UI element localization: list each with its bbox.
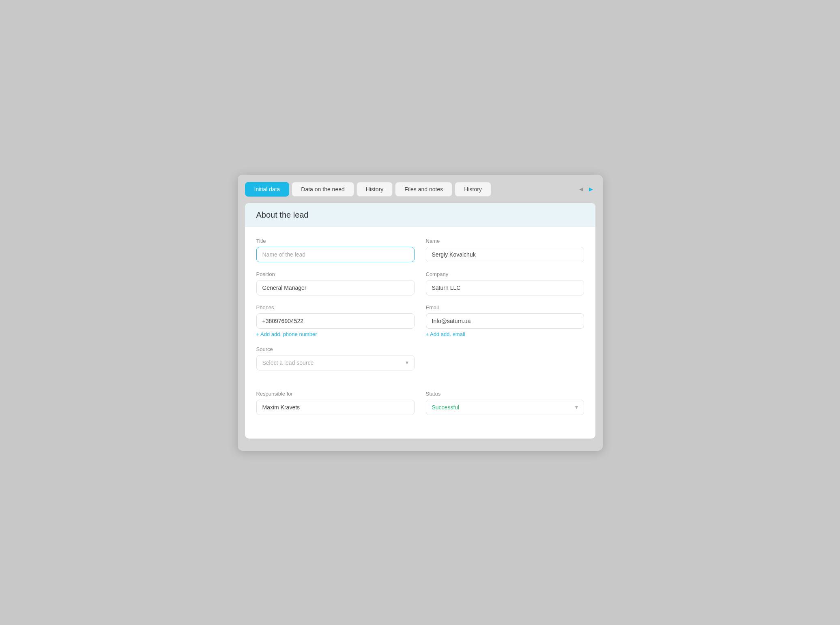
form-group-position: Position [256, 271, 415, 295]
add-phone-link[interactable]: + Add add. phone number [256, 331, 415, 337]
form-row-responsible-status: Responsible for Status ▼ [256, 391, 584, 415]
tab-history-2[interactable]: History [455, 182, 491, 197]
form-group-source: Source ▼ [256, 346, 415, 370]
title-label: Title [256, 238, 415, 244]
company-input[interactable] [426, 280, 584, 295]
form-group-status: Status ▼ [426, 391, 584, 415]
tab-data-on-need[interactable]: Data on the need [292, 182, 354, 197]
tab-next-button[interactable]: ▶ [586, 185, 595, 194]
status-select[interactable] [426, 400, 584, 415]
name-input[interactable] [426, 247, 584, 262]
source-label: Source [256, 346, 415, 352]
form-group-phones: Phones + Add add. phone number [256, 304, 415, 337]
form-group-email: Email + Add add. email [426, 304, 584, 337]
position-label: Position [256, 271, 415, 277]
form-row-position-company: Position Company [256, 271, 584, 295]
company-label: Company [426, 271, 584, 277]
source-select[interactable] [256, 355, 415, 370]
form-group-source-spacer [426, 346, 584, 370]
name-label: Name [426, 238, 584, 244]
phones-label: Phones [256, 304, 415, 310]
main-window: Initial data Data on the need History Fi… [238, 175, 603, 451]
email-input[interactable] [426, 313, 584, 329]
form-row-source: Source ▼ [256, 346, 584, 370]
responsible-input[interactable] [256, 400, 415, 415]
form-group-responsible: Responsible for [256, 391, 415, 415]
position-input[interactable] [256, 280, 415, 295]
tab-initial-data[interactable]: Initial data [245, 182, 290, 197]
add-email-link[interactable]: + Add add. email [426, 331, 584, 337]
tab-nav-buttons: ◀ ▶ [577, 185, 595, 194]
card-title: About the lead [256, 210, 309, 219]
status-select-wrapper: ▼ [426, 400, 584, 415]
form-row-title-name: Title Name [256, 238, 584, 262]
form-spacer [256, 379, 584, 391]
source-select-wrapper: ▼ [256, 355, 415, 370]
card-header: About the lead [245, 203, 595, 227]
tab-files-notes[interactable]: Files and notes [395, 182, 452, 197]
tab-history-1[interactable]: History [357, 182, 393, 197]
form-group-title: Title [256, 238, 415, 262]
tab-prev-button[interactable]: ◀ [577, 185, 586, 194]
card-body: Title Name Position Company [245, 227, 595, 439]
form-row-phones-email: Phones + Add add. phone number Email + A… [256, 304, 584, 337]
form-group-name: Name [426, 238, 584, 262]
responsible-label: Responsible for [256, 391, 415, 397]
phones-input[interactable] [256, 313, 415, 329]
title-input[interactable] [256, 247, 415, 262]
status-label: Status [426, 391, 584, 397]
email-label: Email [426, 304, 584, 310]
tab-bar: Initial data Data on the need History Fi… [245, 182, 595, 197]
main-card: About the lead Title Name Position [245, 203, 595, 439]
form-group-company: Company [426, 271, 584, 295]
